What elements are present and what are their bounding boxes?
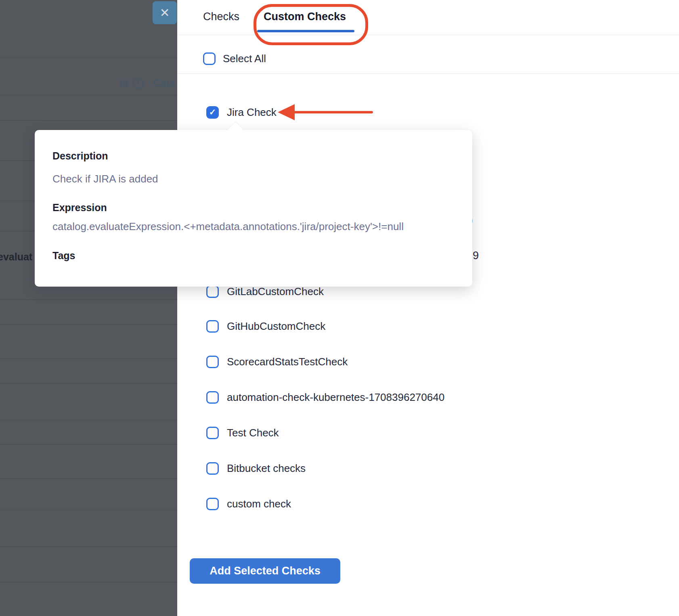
table-row-divider <box>0 444 177 444</box>
table-row-divider <box>0 120 177 121</box>
background-text-fragment: evaluat <box>0 251 32 263</box>
check-item-label: Jira Check <box>227 106 277 119</box>
check-item-gitlabcustomcheck[interactable]: GitLabCustomCheck <box>206 285 324 298</box>
obscured-item-fragment: 9 <box>473 249 479 262</box>
table-row-divider <box>0 358 177 359</box>
table-row-divider <box>0 420 177 420</box>
active-tab-underline <box>257 30 354 32</box>
tab-custom-checks[interactable]: Custom Checks <box>264 10 346 23</box>
tabbar-divider <box>177 35 679 35</box>
select-all-row[interactable]: Select All <box>203 52 266 65</box>
checkbox[interactable] <box>206 391 219 404</box>
checkbox[interactable] <box>206 498 219 510</box>
check-item-label: ScorecardStatsTestCheck <box>227 355 348 368</box>
select-all-label: Select All <box>223 52 266 65</box>
check-item-automation-check-kubernetes[interactable]: automation-check-kubernetes-170839627064… <box>206 391 444 404</box>
table-row-divider <box>0 324 177 325</box>
info-icon: i <box>132 78 143 89</box>
select-all-checkbox[interactable] <box>203 52 216 65</box>
table-row-divider <box>0 510 177 510</box>
check-item-jira-check[interactable]: ✓ Jira Check <box>206 106 277 119</box>
tooltip-expression-text: catalog.evaluateExpression.<+metadata.an… <box>52 220 456 233</box>
check-item-test-check[interactable]: Test Check <box>206 426 279 439</box>
checkbox[interactable] <box>206 356 219 368</box>
background-id-filter: Id i : Cata <box>119 78 175 89</box>
checkbox-checked[interactable]: ✓ <box>206 106 219 119</box>
table-row-divider <box>0 546 177 547</box>
add-selected-checks-button[interactable]: Add Selected Checks <box>190 558 340 584</box>
check-item-label: GitHubCustomCheck <box>227 320 325 333</box>
check-item-label: Test Check <box>227 426 279 439</box>
tab-checks[interactable]: Checks <box>203 10 239 23</box>
tooltip-description-text: Check if JIRA is added <box>52 172 456 185</box>
check-item-label: automation-check-kubernetes-170839627064… <box>227 391 444 404</box>
table-row-divider <box>0 383 177 384</box>
tooltip-tags-label: Tags <box>52 249 456 262</box>
checkbox[interactable] <box>206 285 219 298</box>
table-row-divider <box>0 95 177 95</box>
table-row-divider <box>0 478 177 479</box>
check-icon: ✓ <box>209 107 216 117</box>
select-all-divider <box>177 73 679 74</box>
screen: Id i : Cata evaluat ✕ Checks Custom Chec… <box>0 0 679 616</box>
table-row-divider <box>0 300 177 300</box>
checkbox[interactable] <box>206 462 219 475</box>
checkbox[interactable] <box>206 320 219 333</box>
table-row-divider <box>0 582 177 582</box>
check-tooltip: Description Check if JIRA is added Expre… <box>35 130 472 287</box>
check-item-label: GitLabCustomCheck <box>227 285 324 298</box>
id-filter-label: Id <box>119 78 128 89</box>
tooltip-expression-label: Expression <box>52 201 456 214</box>
check-item-label: custom check <box>227 497 291 510</box>
check-item-custom-check[interactable]: custom check <box>206 497 291 510</box>
table-row-divider <box>0 58 177 58</box>
id-filter-value: : Cata <box>148 78 175 89</box>
check-item-label: Bitbucket checks <box>227 462 306 475</box>
close-button[interactable]: ✕ <box>153 1 177 24</box>
dimmed-backdrop: Id i : Cata evaluat <box>0 0 177 616</box>
check-item-githubcustomcheck[interactable]: GitHubCustomCheck <box>206 320 325 333</box>
checkbox[interactable] <box>206 427 219 439</box>
check-item-scorecardstatstestcheck[interactable]: ScorecardStatsTestCheck <box>206 355 348 368</box>
close-icon: ✕ <box>159 6 170 19</box>
tooltip-description-label: Description <box>52 149 456 162</box>
check-item-bitbucket-checks[interactable]: Bitbucket checks <box>206 462 306 475</box>
checks-drawer-panel <box>177 0 679 616</box>
